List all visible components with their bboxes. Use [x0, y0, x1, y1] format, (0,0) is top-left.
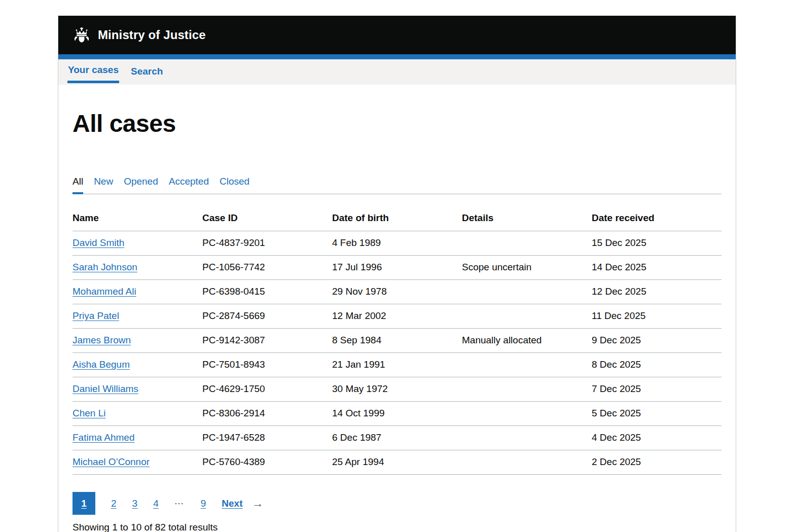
table-row: Aisha Begum PC-7501-8943 21 Jan 1991 8 D…	[73, 353, 721, 377]
pagination-ellipsis: ⋯	[174, 498, 185, 509]
app-window: Ministry of Justice Your cases Search Al…	[58, 16, 736, 532]
tab-new[interactable]: New	[94, 176, 113, 194]
received-cell: 12 Dec 2025	[592, 280, 721, 304]
received-cell: 15 Dec 2025	[592, 231, 721, 256]
page-title: All cases	[73, 111, 721, 136]
main-content: All cases All New Opened Accepted Closed…	[58, 111, 736, 532]
case-id-cell: PC-5760-4389	[202, 450, 332, 475]
column-header-name: Name	[73, 205, 202, 231]
org-title: Ministry of Justice	[98, 28, 206, 42]
dob-cell: 14 Oct 1999	[332, 402, 462, 426]
dob-cell: 17 Jul 1996	[332, 256, 462, 280]
page-number-link[interactable]: 9	[201, 498, 206, 509]
service-nav: Your cases Search	[58, 59, 736, 85]
page-number-link[interactable]: 4	[153, 498, 159, 509]
received-cell: 2 Dec 2025	[592, 450, 721, 475]
masthead: Ministry of Justice	[58, 16, 736, 54]
case-id-cell: PC-1056-7742	[202, 256, 332, 280]
case-id-cell: PC-6398-0415	[202, 280, 332, 304]
details-cell	[462, 450, 592, 475]
nav-item-your-cases[interactable]: Your cases	[67, 59, 119, 83]
details-cell	[462, 280, 592, 304]
table-row: Sarah Johnson PC-1056-7742 17 Jul 1996 S…	[73, 256, 721, 280]
accent-bar	[58, 54, 736, 59]
table-row: Michael O’Connor PC-5760-4389 25 Apr 199…	[73, 450, 721, 475]
page-number-link[interactable]: 2	[111, 498, 117, 509]
case-name-link[interactable]: Michael O’Connor	[73, 456, 150, 467]
nav-item-search[interactable]: Search	[130, 59, 163, 83]
pagination: 1 2 3 4 ⋯ 9 Next →	[73, 492, 721, 515]
received-cell: 14 Dec 2025	[592, 256, 721, 280]
case-name-link[interactable]: Daniel Williams	[73, 383, 138, 394]
details-cell	[462, 353, 592, 377]
case-id-cell: PC-4837-9201	[202, 231, 332, 256]
details-cell: Scope uncertain	[462, 256, 592, 280]
case-id-cell: PC-2874-5669	[202, 304, 332, 329]
case-name-link[interactable]: Priya Patel	[73, 310, 119, 321]
case-name-link[interactable]: Fatima Ahmed	[73, 432, 135, 443]
dob-cell: 12 Mar 2002	[332, 304, 462, 329]
dob-cell: 6 Dec 1987	[332, 426, 462, 450]
status-tabs: All New Opened Accepted Closed	[73, 176, 721, 194]
received-cell: 8 Dec 2025	[592, 353, 721, 377]
details-cell	[462, 377, 592, 402]
column-header-received: Date received	[592, 205, 721, 231]
tab-accepted[interactable]: Accepted	[169, 176, 209, 194]
case-name-link[interactable]: Aisha Begum	[73, 359, 130, 370]
case-name-link[interactable]: Mohammed Ali	[73, 286, 136, 297]
received-cell: 9 Dec 2025	[592, 329, 721, 353]
details-cell: Manually allocated	[462, 329, 592, 353]
tab-opened[interactable]: Opened	[124, 176, 158, 194]
case-id-cell: PC-4629-1750	[202, 377, 332, 402]
received-cell: 7 Dec 2025	[592, 377, 721, 402]
column-header-case-id: Case ID	[202, 205, 332, 231]
case-id-cell: PC-7501-8943	[202, 353, 332, 377]
next-page-button[interactable]: Next	[222, 498, 242, 509]
right-arrow-icon: →	[252, 498, 264, 509]
dob-cell: 21 Jan 1991	[332, 353, 462, 377]
table-row: Fatima Ahmed PC-1947-6528 6 Dec 1987 4 D…	[73, 426, 721, 450]
dob-cell: 25 Apr 1994	[332, 450, 462, 475]
case-name-link[interactable]: David Smith	[73, 237, 124, 248]
page-number-current[interactable]: 1	[73, 492, 95, 515]
received-cell: 5 Dec 2025	[592, 402, 721, 426]
details-cell	[462, 304, 592, 329]
table-header-row: Name Case ID Date of birth Details Date …	[73, 205, 721, 231]
details-cell	[462, 231, 592, 256]
table-row: Mohammed Ali PC-6398-0415 29 Nov 1978 12…	[73, 280, 721, 304]
details-cell	[462, 402, 592, 426]
table-row: Priya Patel PC-2874-5669 12 Mar 2002 11 …	[73, 304, 721, 329]
table-row: David Smith PC-4837-9201 4 Feb 1989 15 D…	[73, 231, 721, 256]
results-summary: Showing 1 to 10 of 82 total results	[73, 522, 721, 532]
table-row: James Brown PC-9142-3087 8 Sep 1984 Manu…	[73, 329, 721, 353]
dob-cell: 30 May 1972	[332, 377, 462, 402]
page-number-link[interactable]: 3	[132, 498, 138, 509]
royal-crest-icon	[73, 27, 91, 43]
dob-cell: 8 Sep 1984	[332, 329, 462, 353]
column-header-details: Details	[462, 205, 592, 231]
cases-table: Name Case ID Date of birth Details Date …	[73, 205, 721, 475]
case-id-cell: PC-9142-3087	[202, 329, 332, 353]
received-cell: 4 Dec 2025	[592, 426, 721, 450]
case-name-link[interactable]: Chen Li	[73, 408, 106, 418]
table-row: Daniel Williams PC-4629-1750 30 May 1972…	[73, 377, 721, 402]
case-name-link[interactable]: James Brown	[73, 335, 131, 345]
table-row: Chen Li PC-8306-2914 14 Oct 1999 5 Dec 2…	[73, 402, 721, 426]
tab-closed[interactable]: Closed	[220, 176, 249, 194]
case-id-cell: PC-1947-6528	[202, 426, 332, 450]
column-header-dob: Date of birth	[332, 205, 462, 231]
case-id-cell: PC-8306-2914	[202, 402, 332, 426]
dob-cell: 29 Nov 1978	[332, 280, 462, 304]
dob-cell: 4 Feb 1989	[332, 231, 462, 256]
details-cell	[462, 426, 592, 450]
received-cell: 11 Dec 2025	[592, 304, 721, 329]
case-name-link[interactable]: Sarah Johnson	[73, 262, 137, 272]
tab-all[interactable]: All	[73, 176, 83, 194]
